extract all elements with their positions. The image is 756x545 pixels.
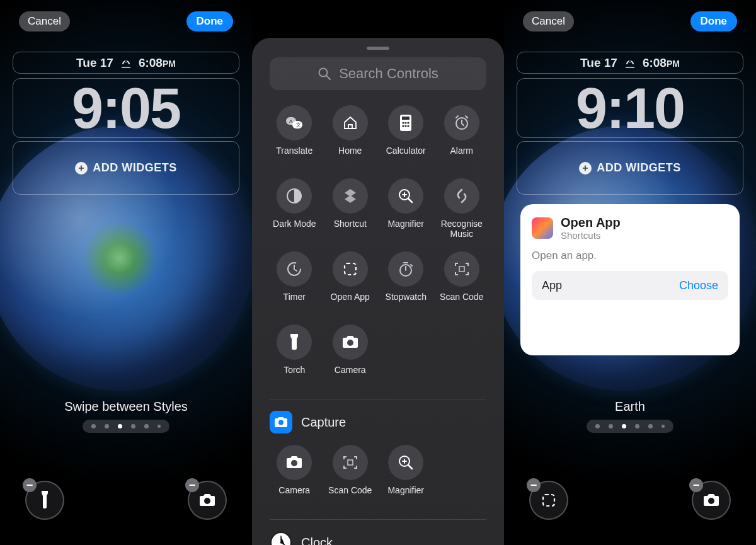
time-widget-area[interactable]: 9:10 bbox=[517, 78, 743, 138]
add-widgets-area[interactable]: + ADD WIDGETS bbox=[517, 141, 743, 195]
quick-action-left[interactable]: − bbox=[529, 481, 568, 520]
control-recognise-music[interactable]: Recognise Music bbox=[437, 178, 487, 239]
sunrise-icon bbox=[120, 58, 132, 68]
svg-point-11 bbox=[403, 125, 404, 127]
open-app-icon bbox=[541, 493, 556, 508]
scan-code-icon bbox=[342, 454, 358, 471]
capture-camera[interactable]: Camera bbox=[270, 445, 319, 505]
cancel-button[interactable]: Cancel bbox=[523, 11, 574, 32]
panel-lockscreen-1: Cancel Done Tue 17 6:08PM 9:05 + ADD WID… bbox=[0, 0, 252, 545]
svg-rect-28 bbox=[543, 495, 554, 506]
control-timer[interactable]: Timer bbox=[270, 251, 319, 312]
style-page-indicator[interactable] bbox=[587, 420, 673, 433]
svg-line-17 bbox=[408, 198, 412, 202]
quick-action-left[interactable]: − bbox=[25, 481, 64, 520]
search-input[interactable]: Search Controls bbox=[270, 57, 486, 90]
panel-lockscreen-3: Cancel Done Tue 17 6:08PM 9:10 + ADD WID… bbox=[504, 0, 756, 545]
capture-app-icon bbox=[270, 411, 292, 433]
magnifier-icon bbox=[398, 188, 414, 204]
section-capture-header: Capture bbox=[270, 411, 486, 433]
time-widget-area[interactable]: 9:05 bbox=[13, 78, 239, 138]
alarm-icon bbox=[454, 115, 470, 131]
home-icon bbox=[342, 115, 358, 131]
control-camera[interactable]: Camera bbox=[326, 324, 375, 385]
stopwatch-icon bbox=[398, 261, 414, 277]
style-page-indicator[interactable] bbox=[83, 420, 169, 433]
torch-icon bbox=[37, 491, 53, 510]
done-button[interactable]: Done bbox=[690, 11, 738, 32]
plus-icon: + bbox=[75, 162, 88, 175]
control-shortcut[interactable]: Shortcut bbox=[326, 178, 375, 239]
svg-rect-7 bbox=[402, 117, 410, 120]
controls-sheet[interactable]: Search Controls A文 Translate Home Calcul… bbox=[252, 38, 504, 545]
quick-action-right[interactable]: − bbox=[692, 481, 731, 520]
card-title: Open App bbox=[561, 215, 621, 230]
svg-point-9 bbox=[405, 122, 407, 123]
remove-badge-icon[interactable]: − bbox=[23, 478, 37, 492]
sunrise-icon bbox=[624, 58, 636, 68]
open-app-config-card: Open App Shortcuts Open an app. App Choo… bbox=[520, 204, 740, 355]
date-widget-area[interactable]: Tue 17 6:08PM bbox=[517, 52, 743, 74]
camera-icon bbox=[702, 493, 720, 507]
date-text: Tue 17 bbox=[76, 56, 113, 70]
add-widgets-area[interactable]: + ADD WIDGETS bbox=[13, 141, 239, 195]
sunrise-time: 6:08PM bbox=[643, 56, 680, 70]
add-widgets-label: ADD WIDGETS bbox=[93, 161, 177, 175]
remove-badge-icon[interactable]: − bbox=[689, 478, 703, 492]
dark-mode-icon bbox=[285, 187, 303, 205]
section-clock-header: Clock bbox=[270, 531, 486, 545]
camera-icon bbox=[341, 335, 359, 349]
camera-icon bbox=[198, 493, 216, 507]
svg-point-12 bbox=[405, 125, 407, 127]
quick-action-right[interactable]: − bbox=[188, 481, 227, 520]
capture-magnifier[interactable]: Magnifier bbox=[381, 445, 431, 505]
control-torch[interactable]: Torch bbox=[270, 324, 319, 385]
svg-rect-19 bbox=[345, 263, 356, 275]
svg-point-13 bbox=[408, 125, 410, 127]
remove-badge-icon[interactable]: − bbox=[527, 478, 541, 492]
calculator-icon bbox=[399, 114, 413, 132]
control-scan-code[interactable]: Scan Code bbox=[437, 251, 487, 312]
shortcut-icon bbox=[342, 188, 358, 204]
control-dark-mode[interactable]: Dark Mode bbox=[270, 178, 319, 239]
date-widget-area[interactable]: Tue 17 6:08PM bbox=[13, 52, 239, 74]
control-translate[interactable]: A文 Translate bbox=[270, 105, 319, 166]
sheet-grabber[interactable] bbox=[367, 47, 389, 50]
choose-button[interactable]: Choose bbox=[679, 279, 718, 292]
svg-line-1 bbox=[326, 76, 330, 79]
timer-icon bbox=[286, 261, 302, 277]
svg-point-10 bbox=[408, 122, 410, 123]
remove-badge-icon[interactable]: − bbox=[185, 478, 199, 492]
date-text: Tue 17 bbox=[580, 56, 617, 70]
control-calculator[interactable]: Calculator bbox=[381, 105, 431, 166]
card-subtitle: Shortcuts bbox=[561, 230, 621, 241]
style-hint: Earth bbox=[504, 399, 756, 414]
capture-scan-code[interactable]: Scan Code bbox=[326, 445, 375, 505]
app-selection-row[interactable]: App Choose bbox=[532, 271, 728, 300]
add-widgets-label: ADD WIDGETS bbox=[597, 161, 681, 175]
control-home[interactable]: Home bbox=[326, 105, 375, 166]
control-alarm[interactable]: Alarm bbox=[437, 105, 487, 166]
scan-code-icon bbox=[454, 261, 470, 277]
capture-grid: Camera Scan Code Magnifier bbox=[270, 445, 486, 505]
plus-icon: + bbox=[579, 162, 592, 175]
svg-point-8 bbox=[403, 122, 404, 123]
cancel-button[interactable]: Cancel bbox=[19, 11, 70, 32]
control-magnifier[interactable]: Magnifier bbox=[381, 178, 431, 239]
card-description: Open an app. bbox=[532, 250, 728, 262]
translate-icon: A文 bbox=[285, 115, 303, 130]
done-button[interactable]: Done bbox=[186, 11, 234, 32]
shortcuts-app-icon bbox=[532, 217, 553, 239]
camera-icon bbox=[285, 456, 303, 469]
app-row-label: App bbox=[542, 279, 562, 292]
open-app-icon bbox=[343, 261, 358, 277]
svg-text:文: 文 bbox=[296, 122, 301, 128]
svg-rect-22 bbox=[348, 460, 353, 465]
torch-icon bbox=[289, 333, 300, 351]
section-divider bbox=[270, 519, 486, 520]
control-stopwatch[interactable]: Stopwatch bbox=[381, 251, 431, 312]
control-open-app[interactable]: Open App bbox=[326, 251, 375, 312]
svg-text:A: A bbox=[289, 118, 293, 124]
sunrise-time: 6:08PM bbox=[139, 56, 176, 70]
svg-line-24 bbox=[408, 465, 412, 469]
